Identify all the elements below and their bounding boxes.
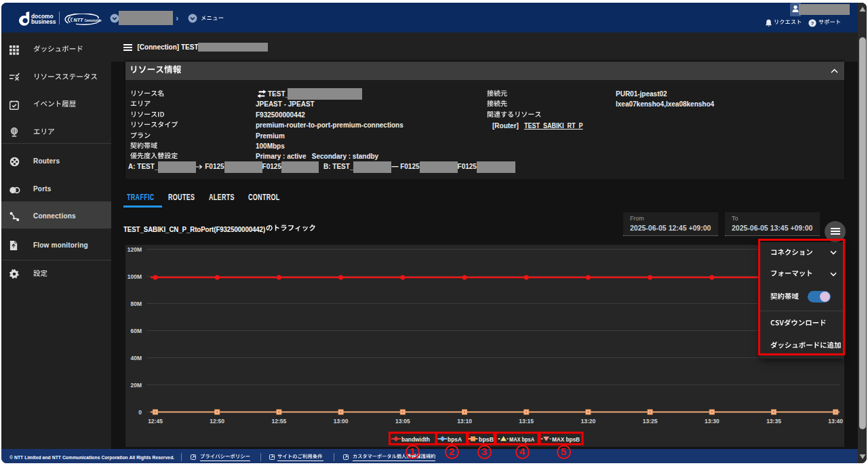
svg-text:13:15: 13:15 — [519, 418, 534, 425]
svg-text:13:35: 13:35 — [766, 418, 781, 425]
svg-text:13:40: 13:40 — [828, 418, 843, 425]
svg-text:80M: 80M — [130, 300, 142, 307]
svg-text:12:55: 12:55 — [272, 418, 287, 425]
svg-text:13:25: 13:25 — [643, 418, 658, 425]
svg-text:13:20: 13:20 — [581, 418, 596, 425]
svg-text:bpsB: bpsB — [479, 435, 494, 443]
svg-text:13:10: 13:10 — [457, 418, 472, 425]
svg-text:bpsA: bpsA — [448, 435, 462, 443]
svg-text:13:30: 13:30 — [705, 418, 719, 425]
svg-text:bandwidth: bandwidth — [401, 435, 430, 443]
svg-text:13:00: 13:00 — [334, 418, 349, 425]
svg-text:20M: 20M — [130, 382, 142, 389]
svg-text:100M: 100M — [127, 273, 142, 280]
svg-text:NTT: NTT — [74, 18, 84, 22]
svg-text:MAX bpsB: MAX bpsB — [552, 435, 580, 443]
svg-text:12:45: 12:45 — [148, 418, 163, 425]
svg-text:12:50: 12:50 — [210, 418, 224, 425]
svg-text:MAX bpsA: MAX bpsA — [509, 435, 534, 443]
svg-text:0: 0 — [138, 409, 142, 416]
svg-text:120M: 120M — [127, 246, 142, 253]
svg-text:13:05: 13:05 — [395, 418, 410, 425]
svg-text:60M: 60M — [130, 328, 142, 334]
svg-text:?: ? — [811, 20, 814, 26]
svg-text:40M: 40M — [130, 355, 142, 361]
svg-text:Communications: Communications — [85, 19, 102, 22]
